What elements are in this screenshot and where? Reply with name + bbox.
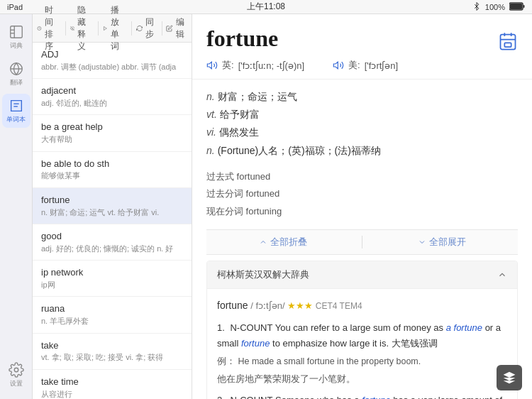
word-title: fortune <box>206 26 278 52</box>
list-item[interactable]: be a great help 大有帮助 <box>33 115 192 151</box>
word-text: take <box>41 340 183 352</box>
word-detail: vt. 拿; 取; 采取; 吃; 接受 vi. 拿; 获得 <box>41 352 183 362</box>
phonetic-uk-label: 英: <box>222 59 234 72</box>
dict-def-text-1a: You can refer to a large sum of money as <box>275 322 446 333</box>
toolbar-edit-label: 编辑 <box>176 16 187 40</box>
svg-rect-19 <box>504 43 511 47</box>
svg-point-11 <box>14 368 18 372</box>
list-item-fortune[interactable]: fortune n. 财富; 命运; 运气 vt. 给予财富 vi. <box>33 188 192 224</box>
dict-level: CET4 TEM4 <box>316 301 362 311</box>
def-1: n.财富；命运；运气 <box>206 88 518 106</box>
dict-def-text-2a: Someone who has a <box>275 395 362 399</box>
list-item[interactable]: ip network ip网 <box>33 261 192 297</box>
word-detail: 从容进行 <box>41 389 183 399</box>
device-label: iPad <box>7 3 23 11</box>
word-text: be a great help <box>41 121 183 133</box>
dict-section-title: 柯林斯英汉双解大辞典 <box>217 268 309 281</box>
list-item[interactable]: be able to do sth 能够做某事 <box>33 152 192 188</box>
dict-italic-1: a fortune <box>446 322 482 333</box>
word-detail: adj. 邻近的, 毗连的 <box>41 98 183 108</box>
dict-def-text-1c: to emphasize how large it is. 大笔钱强调 <box>272 338 438 349</box>
sidebar-item-wordbook[interactable]: 单词本 <box>2 94 31 128</box>
dict-example-1-zh: 他在房地产繁荣期发了一小笔财。 <box>217 372 507 387</box>
dict-entry-phonetic: / fɔːtʃən/ <box>250 300 284 311</box>
word-detail: ip网 <box>41 280 183 290</box>
sidebar-item-translate[interactable]: 翻译 <box>2 57 31 91</box>
svg-rect-3 <box>10 26 22 38</box>
phonetic-uk[interactable]: 英: ['fɔːtʃuːn; -tʃ(ə)n] <box>206 59 304 72</box>
sidebar-dict-label: 词典 <box>10 41 23 50</box>
expand-all-label: 全部展开 <box>429 236 466 248</box>
svg-rect-2 <box>523 5 525 8</box>
dict-entry-header: fortune / fɔːtʃən/ ★★★ CET4 TEM4 <box>217 297 507 315</box>
word-text: ip network <box>41 267 183 279</box>
dict-section: 柯林斯英汉双解大辞典 fortune / fɔːtʃən/ ★★★ CET4 T… <box>206 261 518 399</box>
sidebar-icons: 词典 翻译 单词本 设置 <box>0 14 33 399</box>
word-detail: 大有帮助 <box>41 134 183 144</box>
sidebar-item-dict[interactable]: 词典 <box>2 20 31 54</box>
list-item[interactable]: take vt. 拿; 取; 采取; 吃; 接受 vi. 拿; 获得 <box>33 334 192 370</box>
definitions: n.财富；命运；运气 vt.给予财富 vi.偶然发生 n.(Fortune)人名… <box>206 88 518 160</box>
svg-rect-1 <box>510 4 522 9</box>
list-item[interactable]: adjacent adj. 邻近的, 毗连的 <box>33 79 192 115</box>
conjugation-present-participle: 现在分词 fortuning <box>206 203 518 221</box>
word-text: be able to do sth <box>41 158 183 170</box>
calendar-icon[interactable] <box>498 31 518 53</box>
conjugation: 过去式 fortuned 过去分词 fortuned 现在分词 fortunin… <box>206 168 518 221</box>
dict-pos-tag-1: N-COUNT <box>230 322 272 333</box>
dict-def-num-1: 1. <box>217 322 225 333</box>
list-item[interactable]: take time 从容进行 <box>33 370 192 399</box>
def-text-3: 偶然发生 <box>219 126 259 138</box>
word-text: adjacent <box>41 85 183 97</box>
phonetic-us-label: 美: <box>348 59 360 72</box>
content-panel: fortune 英: ['fɔːtʃuːn; -tʃ(ə)n] 美: ['fɔr… <box>192 14 532 399</box>
phonetic-us[interactable]: 美: ['fɔrtʃən] <box>333 59 398 72</box>
word-text: ADJ <box>41 49 183 61</box>
dict-entry-word: fortune <box>217 300 248 311</box>
status-right: 100% <box>472 2 525 12</box>
sidebar-bottom: 设置 <box>2 358 31 399</box>
list-item[interactable]: good adj. 好的; 优良的; 慷慨的; 诚实的 n. 好 <box>33 224 192 261</box>
conjugation-past: 过去式 fortuned <box>206 168 518 186</box>
dict-stars: ★★★ <box>287 300 313 311</box>
word-text: ruana <box>41 303 183 315</box>
svg-marker-21 <box>333 62 338 68</box>
battery-icon <box>509 2 525 12</box>
sidebar-settings-label: 设置 <box>10 379 23 388</box>
collapse-all-label: 全部折叠 <box>270 236 307 248</box>
sidebar-translate-label: 翻译 <box>10 78 23 87</box>
status-time: 上午11:08 <box>247 1 285 13</box>
content-body: n.财富；命运；运气 vt.给予财富 vi.偶然发生 n.(Fortune)人名… <box>192 80 532 399</box>
expand-all-btn[interactable]: 全部展开 <box>365 236 518 248</box>
collapse-divider <box>362 236 362 248</box>
word-detail: adj. 好的; 优良的; 慷慨的; 诚实的 n. 好 <box>41 244 183 253</box>
conjugation-past-participle: 过去分词 fortuned <box>206 185 518 203</box>
word-text: good <box>41 231 183 243</box>
list-item[interactable]: ruana n. 羊毛厚外套 <box>33 297 192 333</box>
bluetooth-icon <box>472 2 481 12</box>
toolbar-sync-label: 同步 <box>145 16 157 40</box>
word-detail: n. 羊毛厚外套 <box>41 316 183 326</box>
phonetic-uk-text: ['fɔːtʃuːn; -tʃ(ə)n] <box>238 60 304 71</box>
dict-section-header[interactable]: 柯林斯英汉双解大辞典 <box>207 261 517 289</box>
sidebar-item-settings[interactable]: 设置 <box>2 358 31 392</box>
word-detail: 能够做某事 <box>41 170 183 180</box>
def-2: vt.给予财富 <box>206 106 518 124</box>
sidebar-wordbook-label: 单词本 <box>6 115 26 124</box>
dict-italic-2: fortune <box>241 338 270 349</box>
pos-3: vi. <box>206 126 216 138</box>
def-4: n.(Fortune)人名；(英)福琼；(法)福蒂纳 <box>206 142 518 160</box>
phonetic-us-text: ['fɔrtʃən] <box>365 60 399 71</box>
toolbar-sync[interactable]: 同步 <box>132 13 162 43</box>
layers-button[interactable] <box>497 365 522 390</box>
pos-1: n. <box>206 91 215 102</box>
toolbar: 时间排序 隐藏释义 播放单词 同步 编辑 <box>33 14 192 43</box>
app-container: 词典 翻译 单词本 设置 时间排序 隐藏释义 <box>0 14 532 399</box>
collapse-all-btn[interactable]: 全部折叠 <box>206 236 359 248</box>
list-item[interactable]: ADJ abbr. 调整 (adjustable) abbr. 调节 (adja <box>33 43 192 79</box>
phonetics: 英: ['fɔːtʃuːn; -tʃ(ə)n] 美: ['fɔrtʃən] <box>206 59 518 72</box>
dict-section-body: fortune / fɔːtʃən/ ★★★ CET4 TEM4 1. N-CO… <box>207 289 517 399</box>
svg-marker-20 <box>207 62 211 68</box>
toolbar-edit[interactable]: 编辑 <box>162 13 192 43</box>
def-text-4: (Fortune)人名；(英)福琼；(法)福蒂纳 <box>218 145 381 156</box>
